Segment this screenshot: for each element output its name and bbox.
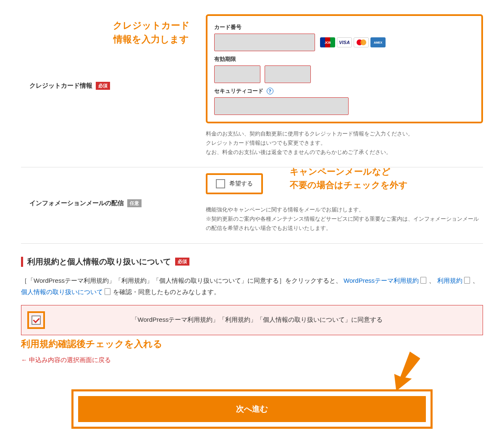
svg-marker-0 bbox=[391, 349, 420, 394]
credit-card-highlight-box: カード番号 JCB VISA AMEX 有効期限 セキュリティコード ? bbox=[206, 14, 483, 123]
credit-card-content: クレジットカード 情報を入力します カード番号 JCB VISA AMEX 有効… bbox=[206, 14, 483, 157]
next-button[interactable]: 次へ進む bbox=[78, 396, 426, 422]
help-icon[interactable]: ? bbox=[267, 88, 273, 94]
external-doc-icon bbox=[421, 278, 426, 284]
back-link[interactable]: ← 申込み内容の選択画面に戻る bbox=[21, 356, 111, 364]
amex-icon: AMEX bbox=[370, 37, 386, 47]
link-privacy[interactable]: 個人情報の取り扱いについて bbox=[21, 288, 103, 295]
visa-icon: VISA bbox=[337, 37, 352, 47]
link-terms[interactable]: 利用規約 bbox=[437, 277, 462, 284]
jcb-icon: JCB bbox=[320, 37, 335, 47]
agree-box: 「WordPressテーマ利用規約」「利用規約」「個人情報の取り扱いについて」に… bbox=[21, 305, 483, 335]
card-number-input[interactable] bbox=[214, 34, 315, 51]
terms-heading-text: 利用規約と個人情報の取り扱いについて bbox=[27, 256, 171, 267]
mastercard-icon bbox=[354, 37, 369, 47]
mail-opt-label: 希望する bbox=[229, 180, 253, 188]
security-code-input[interactable] bbox=[214, 97, 349, 115]
required-badge: 必須 bbox=[96, 82, 110, 90]
agree-label: 「WordPressテーマ利用規約」「利用規約」「個人情報の取り扱いについて」に… bbox=[55, 316, 459, 324]
expiry-month-input[interactable] bbox=[214, 65, 260, 83]
info-mail-label: インフォメーションメールの配信 bbox=[29, 199, 124, 207]
credit-card-label: クレジットカード情報 bbox=[29, 82, 92, 90]
agree-check-highlight bbox=[27, 311, 45, 329]
arrow-annotation-wrap bbox=[21, 364, 483, 385]
arrow-down-icon bbox=[386, 347, 420, 394]
external-doc-icon bbox=[105, 289, 110, 295]
info-mail-hint: 機能強化やキャンペーンに関する情報をメールでお届けします。 ※契約更新のご案内や… bbox=[206, 205, 483, 233]
annotation-terms: 利用規約確認後チェックを入れる bbox=[21, 338, 483, 350]
info-mail-content: キャンペーンメールなど 不要の場合はチェックを外す 希望する 機能強化やキャンペ… bbox=[206, 173, 483, 233]
required-badge: 必須 bbox=[175, 258, 189, 266]
expiry-year-input[interactable] bbox=[265, 65, 311, 83]
card-number-label: カード番号 bbox=[214, 23, 475, 31]
external-doc-icon bbox=[465, 278, 470, 284]
security-code-label: セキュリティコード ? bbox=[214, 87, 475, 95]
mail-opt-highlight-box: 希望する bbox=[206, 173, 263, 194]
next-button-highlight: 次へ進む bbox=[71, 389, 433, 429]
credit-card-hint: 料金のお支払い、契約自動更新に使用するクレジットカード情報をご入力ください。 ク… bbox=[206, 129, 483, 157]
optional-badge: 任意 bbox=[127, 199, 142, 207]
heading-accent-bar bbox=[21, 257, 23, 267]
agree-checkbox[interactable] bbox=[32, 315, 41, 325]
terms-description: ［「WordPressテーマ利用規約」「利用規約」「個人情報の取り扱いについて」… bbox=[21, 275, 483, 297]
info-mail-row: インフォメーションメールの配信 任意 キャンペーンメールなど 不要の場合はチェッ… bbox=[21, 167, 483, 243]
expiry-label: 有効期限 bbox=[214, 55, 475, 63]
info-mail-label-cell: インフォメーションメールの配信 任意 bbox=[21, 173, 206, 233]
credit-card-row: クレジットカード情報 必須 クレジットカード 情報を入力します カード番号 JC… bbox=[21, 8, 483, 167]
link-wp-theme-terms[interactable]: WordPressテーマ利用規約 bbox=[344, 277, 419, 284]
card-brand-strip: JCB VISA AMEX bbox=[320, 37, 386, 47]
annotation-mail: キャンペーンメールなど 不要の場合はチェックを外す bbox=[290, 165, 470, 191]
mail-opt-checkbox[interactable] bbox=[216, 179, 225, 188]
annotation-credit-card: クレジットカード 情報を入力します bbox=[101, 18, 202, 46]
terms-heading: 利用規約と個人情報の取り扱いについて 必須 bbox=[21, 256, 483, 267]
